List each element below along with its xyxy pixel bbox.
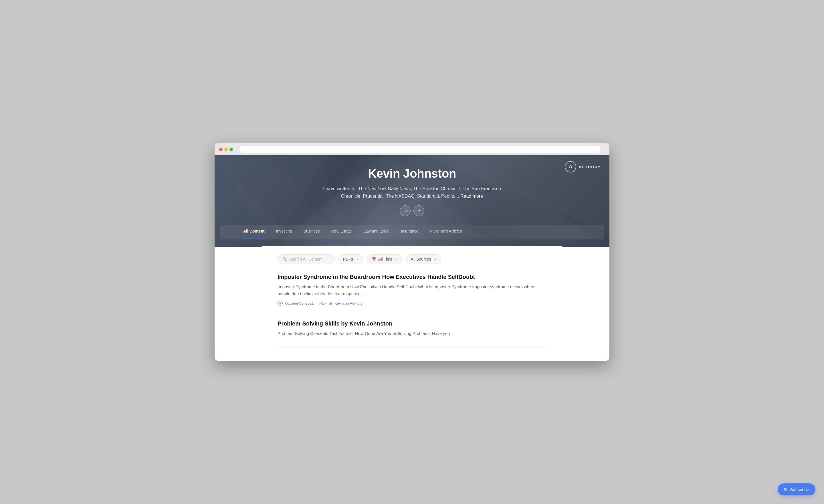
calendar-icon: 📅 bbox=[372, 257, 376, 262]
tab-insurance[interactable]: Insurance bbox=[395, 225, 424, 239]
tab-law-legal[interactable]: Law and Legal bbox=[357, 225, 395, 239]
meta-at: at bbox=[329, 301, 332, 305]
tab-vivienne[interactable]: Vivienne's Articles bbox=[424, 225, 468, 239]
time-filter-dropdown[interactable]: 📅 All Time ▾ bbox=[367, 254, 403, 264]
read-more-link[interactable]: Read more bbox=[460, 194, 483, 199]
browser-chrome bbox=[215, 143, 609, 155]
source-filter-label: All Sources bbox=[411, 257, 431, 262]
article-excerpt: Problem-Solving Concepts Test Yourself H… bbox=[278, 330, 546, 337]
link-button[interactable]: ⚭ bbox=[413, 205, 424, 216]
type-filter-label: PDFs bbox=[343, 257, 353, 262]
time-filter-chevron: ▾ bbox=[396, 258, 398, 261]
nav-tabs: All Content Investing Business Real Esta… bbox=[220, 225, 604, 239]
link-icon: ⚭ bbox=[417, 208, 421, 213]
close-button[interactable] bbox=[219, 147, 223, 151]
article-date: October 03, 2021 bbox=[285, 301, 314, 305]
author-bio: I have written for The New York Daily Ne… bbox=[315, 185, 509, 200]
hero-content: Kevin Johnston I have written for The Ne… bbox=[220, 167, 604, 216]
hero-section: A AUTHORY Kevin Johnston I have written … bbox=[215, 155, 609, 247]
traffic-lights bbox=[219, 147, 233, 151]
email-icon: ✉ bbox=[784, 487, 788, 492]
article-excerpt: Imposter Syndrome in the Boardroom How E… bbox=[278, 284, 546, 297]
maximize-button[interactable] bbox=[229, 147, 233, 151]
article-source[interactable]: Kevin on Authory bbox=[334, 301, 363, 305]
time-filter-label: All Time bbox=[378, 257, 393, 262]
subscribe-button[interactable]: ✉ Subscribe bbox=[778, 483, 815, 495]
browser-window: A AUTHORY Kevin Johnston I have written … bbox=[215, 143, 609, 361]
tab-all-content[interactable]: All Content bbox=[237, 225, 270, 239]
search-box[interactable]: 🔍 Search All Content bbox=[278, 254, 335, 264]
meta-separator: · bbox=[316, 301, 317, 305]
article-type: PDF bbox=[319, 301, 327, 305]
source-filter-chevron: ▾ bbox=[435, 258, 436, 261]
authory-icon: A bbox=[278, 301, 283, 306]
article-title[interactable]: Problem-Solving Skills by Kevin Johnston bbox=[278, 320, 546, 327]
search-placeholder: Search All Content bbox=[289, 257, 322, 262]
source-filter-dropdown[interactable]: All Sources ▾ bbox=[406, 254, 441, 264]
subscribe-label: Subscribe bbox=[790, 487, 809, 492]
type-filter-dropdown[interactable]: PDFs ▾ bbox=[338, 254, 363, 264]
search-icon: 🔍 bbox=[282, 257, 287, 262]
tab-more[interactable]: | bbox=[468, 225, 481, 239]
linkedin-icon: in bbox=[404, 208, 407, 213]
nav-tabs-container: All Content Investing Business Real Esta… bbox=[220, 225, 604, 239]
content-area: 🔍 Search All Content PDFs ▾ 📅 All Time ▾… bbox=[261, 246, 563, 361]
article-item: Imposter Syndrome in the Boardroom How E… bbox=[278, 273, 546, 313]
article-list: Imposter Syndrome in the Boardroom How E… bbox=[278, 273, 546, 347]
tab-business[interactable]: Business bbox=[298, 225, 326, 239]
type-filter-chevron: ▾ bbox=[356, 258, 358, 261]
filter-bar: 🔍 Search All Content PDFs ▾ 📅 All Time ▾… bbox=[278, 254, 546, 264]
tab-real-estate[interactable]: Real Estate bbox=[326, 225, 357, 239]
author-name: Kevin Johnston bbox=[220, 167, 604, 181]
address-bar[interactable] bbox=[240, 145, 600, 153]
article-title[interactable]: Imposter Syndrome in the Boardroom How E… bbox=[278, 273, 546, 281]
linkedin-button[interactable]: in bbox=[400, 205, 411, 216]
social-links: in ⚭ bbox=[220, 205, 604, 216]
article-meta: A October 03, 2021 · PDF at Kevin on Aut… bbox=[278, 301, 546, 306]
article-item: Problem-Solving Skills by Kevin Johnston… bbox=[278, 313, 546, 347]
tab-investing[interactable]: Investing bbox=[270, 225, 298, 239]
minimize-button[interactable] bbox=[224, 147, 228, 151]
